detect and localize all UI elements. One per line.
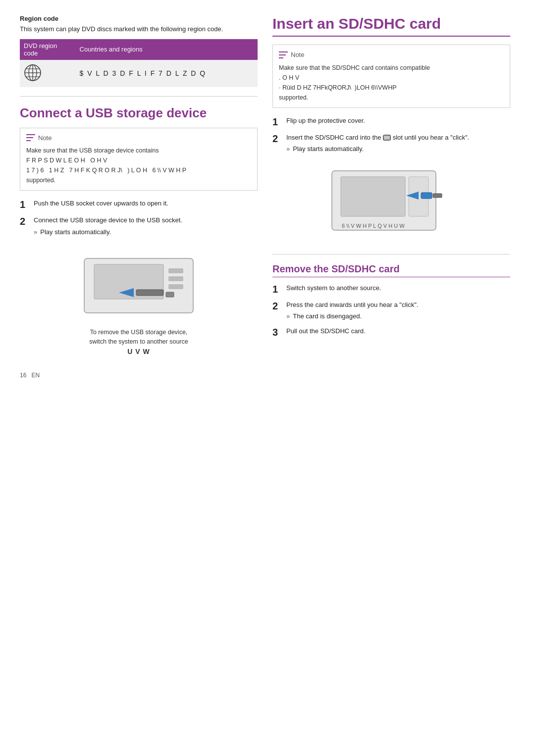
table-row: $ V L D 3 D F L I F 7 D L Z D Q <box>20 60 258 87</box>
region-code-text: $ V L D 3 D F L I F 7 D L Z D Q <box>80 69 207 77</box>
usb-step-2-num: 2 <box>20 215 34 227</box>
sd-note-icon <box>279 51 288 58</box>
usb-step-1: 1 Push the USB socket cover upwards to o… <box>20 199 258 210</box>
section-divider <box>20 96 258 97</box>
remove-sd-step-2-text: Press the card inwards until you hear a … <box>286 300 510 321</box>
svg-rect-12 <box>136 290 163 296</box>
svg-rect-8 <box>168 268 183 273</box>
page-number: 16 <box>20 372 26 379</box>
sd-note-label: Note <box>291 50 304 60</box>
usb-step-2: 2 Connect the USB storage device to the … <box>20 215 258 237</box>
usb-mode-text: U V W <box>127 348 150 355</box>
usb-step-2-text: Connect the USB storage device to the US… <box>34 215 258 237</box>
sd-note-box: Note Make sure that the SD/SDHC card con… <box>272 45 510 108</box>
table-cell-region-code: $ V L D 3 D F L I F 7 D L Z D Q <box>76 60 258 87</box>
svg-rect-17 <box>341 177 405 216</box>
table-cell-globe <box>20 60 76 87</box>
usb-step-2-sub: Play starts automatically. <box>34 227 258 237</box>
svg-text:6 \\ V W H P  L Q V H U W: 6 \\ V W H P L Q V H U W <box>342 223 405 229</box>
page-lang: EN <box>31 372 40 379</box>
insert-sd-title: Insert an SD/SDHC card <box>272 15 510 37</box>
usb-step-1-num: 1 <box>20 199 34 210</box>
usb-remove-caption: To remove the USB storage device, switch… <box>20 328 258 357</box>
note-icon <box>26 134 35 141</box>
region-code-desc: This system can play DVD discs marked wi… <box>20 24 258 34</box>
region-code-title: Region code <box>20 15 258 22</box>
remove-sd-step-2-sub-item: The card is disengaged. <box>286 311 510 321</box>
connect-usb-section: Connect a USB storage device Note Make s… <box>20 105 258 357</box>
svg-rect-11 <box>166 292 174 297</box>
region-table: DVD regioncode Countries and regions <box>20 39 258 87</box>
table-header-countries: Countries and regions <box>76 39 258 60</box>
usb-illustration <box>20 244 258 323</box>
region-code-section: Region code This system can play DVD dis… <box>20 15 258 87</box>
remove-sd-section: Remove the SD/SDHC card 1 Switch system … <box>272 263 510 338</box>
globe-icon <box>24 64 42 82</box>
usb-note-content: Make sure that the USB storage device co… <box>26 146 251 185</box>
sd-step-1-text: Flip up the protective cover. <box>286 116 510 126</box>
usb-steps-list: 1 Push the USB socket cover upwards to o… <box>20 199 258 237</box>
sd-device-svg: 6 \\ V W H P L Q V H U W <box>322 161 461 245</box>
sd-step-1-num: 1 <box>272 116 286 128</box>
remove-sd-step-3-num: 3 <box>272 326 286 338</box>
usb-step-1-text: Push the USB socket cover upwards to ope… <box>34 199 258 208</box>
svg-rect-19 <box>433 194 442 198</box>
sd-note-content: Make sure that the SD/SDHC card contains… <box>279 63 504 102</box>
svg-rect-20 <box>421 193 432 199</box>
table-header-dvd: DVD regioncode <box>20 39 76 60</box>
usb-step-2-sub-item: Play starts automatically. <box>34 227 258 237</box>
sd-step-2-num: 2 <box>272 133 286 145</box>
sd-step-2-text: Insert the SD/SDHC card into the slot un… <box>286 133 510 154</box>
remove-sd-step-3: 3 Pull out the SD/SDHC card. <box>272 326 510 338</box>
sd-step-2-sub: Play starts automatically. <box>286 144 510 154</box>
sd-slot-icon <box>383 134 391 141</box>
right-column: Insert an SD/SDHC card Note Make sure th… <box>272 15 510 379</box>
usb-note-label: Note <box>38 133 52 143</box>
usb-note-box: Note Make sure that the USB storage devi… <box>20 128 258 191</box>
sd-insert-steps-list: 1 Flip up the protective cover. 2 Insert… <box>272 116 510 154</box>
remove-sd-step-2-sub: The card is disengaged. <box>286 311 510 321</box>
sd-illustration: 6 \\ V W H P L Q V H U W <box>272 161 510 245</box>
insert-sd-section: Insert an SD/SDHC card Note Make sure th… <box>272 15 510 245</box>
sd-step-2: 2 Insert the SD/SDHC card into the slot … <box>272 133 510 154</box>
remove-sd-step-1-text: Switch system to another source. <box>286 283 510 293</box>
sd-note-header: Note <box>279 50 504 60</box>
remove-sd-step-1: 1 Switch system to another source. <box>272 283 510 295</box>
remove-sd-step-3-text: Pull out the SD/SDHC card. <box>286 326 510 336</box>
remove-sd-step-2-num: 2 <box>272 300 286 312</box>
svg-rect-15 <box>384 136 389 139</box>
usb-note-header: Note <box>26 133 251 143</box>
svg-rect-10 <box>168 284 183 289</box>
remove-sd-divider <box>272 254 510 254</box>
usb-device-svg <box>69 244 208 323</box>
remove-sd-step-1-num: 1 <box>272 283 286 295</box>
remove-sd-title: Remove the SD/SDHC card <box>272 263 510 277</box>
connect-usb-title: Connect a USB storage device <box>20 105 258 121</box>
sd-remove-steps-list: 1 Switch system to another source. 2 Pre… <box>272 283 510 338</box>
sd-step-1: 1 Flip up the protective cover. <box>272 116 510 128</box>
left-column: Region code This system can play DVD dis… <box>20 15 258 379</box>
remove-sd-step-2: 2 Press the card inwards until you hear … <box>272 300 510 321</box>
page-footer: 16 EN <box>20 372 258 379</box>
svg-rect-9 <box>168 276 183 281</box>
sd-step-2-sub-item: Play starts automatically. <box>286 144 510 154</box>
